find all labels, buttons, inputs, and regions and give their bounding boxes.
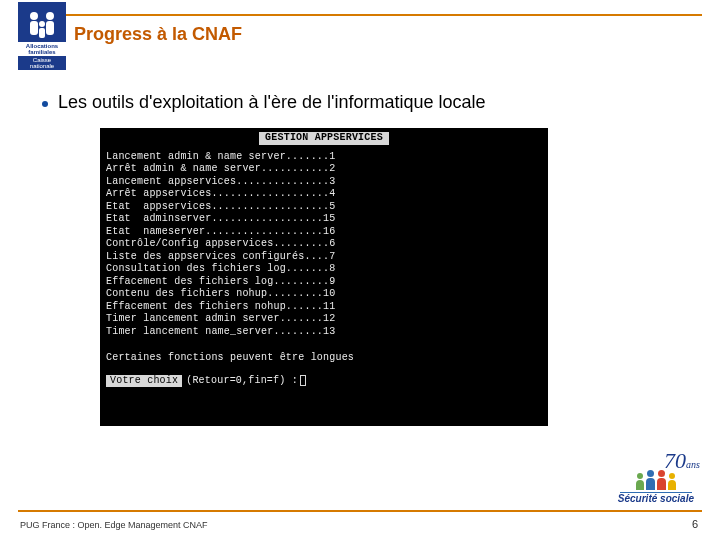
svg-rect-4 — [46, 21, 54, 35]
family-icon — [22, 8, 62, 42]
terminal-header-row: GESTION APPSERVICES — [106, 132, 542, 145]
person-icon — [657, 470, 666, 490]
logo-label-caisse: Caisse nationale — [18, 56, 66, 70]
bullet-icon — [42, 101, 48, 107]
terminal-cursor — [300, 375, 306, 386]
slide-root: Allocations familiales Caisse nationale … — [0, 0, 720, 540]
terminal-prompt: Votre choix (Retour=0,fin=f) : — [106, 375, 542, 388]
svg-point-2 — [39, 21, 45, 27]
svg-point-0 — [30, 12, 38, 20]
logo-label-allocations: Allocations familiales — [18, 43, 66, 55]
terminal-header: GESTION APPSERVICES — [259, 132, 389, 145]
person-icon — [668, 473, 676, 490]
terminal-menu-lines: Lancement admin & name server.......1 Ar… — [106, 151, 542, 339]
page-number: 6 — [692, 518, 698, 530]
secu-word-1: Sécurité — [618, 493, 657, 504]
secu-text: Sécurité sociale — [618, 494, 694, 504]
top-rule — [18, 14, 702, 16]
person-icon — [636, 473, 644, 490]
person-icon — [646, 470, 655, 490]
footer-text: PUG France : Open. Edge Management CNAF — [20, 520, 208, 530]
people-icon — [618, 470, 694, 490]
bottom-rule — [18, 510, 702, 512]
bullet-item: Les outils d'exploitation à l'ère de l'i… — [42, 92, 486, 113]
terminal-prompt-hint: (Retour=0,fin=f) : — [186, 375, 298, 388]
page-title: Progress à la CNAF — [74, 24, 242, 45]
anniversary-suffix: ans — [686, 459, 700, 470]
terminal-screenshot: GESTION APPSERVICES Lancement admin & na… — [100, 128, 548, 426]
svg-rect-5 — [39, 28, 45, 38]
securite-sociale-logo: Sécurité sociale — [618, 470, 694, 504]
bullet-text: Les outils d'exploitation à l'ère de l'i… — [58, 92, 486, 113]
cnaf-logo-mark — [18, 2, 66, 42]
terminal-prompt-label: Votre choix — [106, 375, 182, 388]
secu-word-2: sociale — [660, 493, 694, 504]
cnaf-logo: Allocations familiales Caisse nationale — [18, 2, 66, 60]
svg-rect-3 — [30, 21, 38, 35]
svg-point-1 — [46, 12, 54, 20]
terminal-note: Certaines fonctions peuvent être longues — [106, 352, 542, 365]
